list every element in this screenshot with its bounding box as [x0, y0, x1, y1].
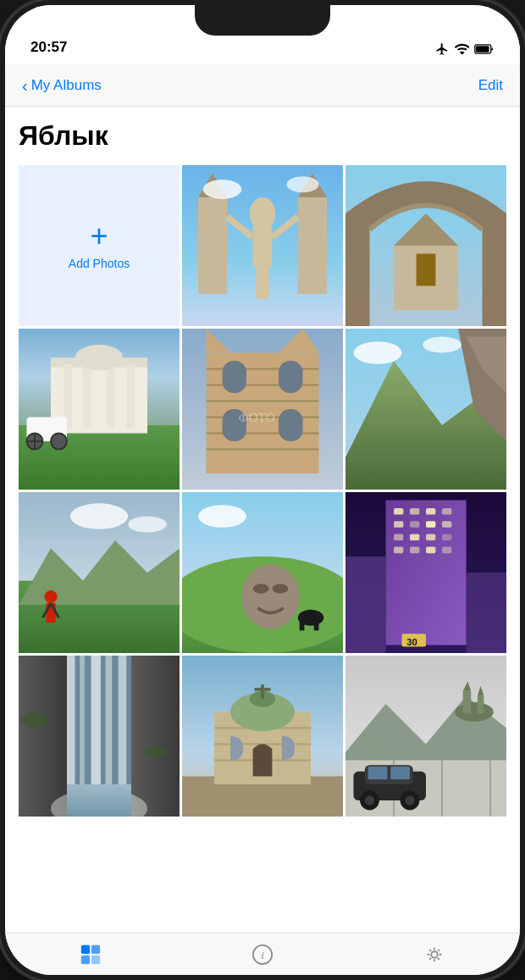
photo-8-image: 30: [345, 492, 506, 653]
photo-cell-9[interactable]: [19, 656, 180, 817]
wifi-icon: [454, 42, 469, 56]
svg-point-66: [253, 584, 269, 593]
svg-marker-95: [19, 656, 67, 817]
svg-point-118: [455, 702, 494, 722]
tab-photos[interactable]: Photos: [5, 944, 177, 975]
svg-point-104: [22, 712, 47, 728]
photo-1-image: [182, 165, 343, 326]
svg-rect-76: [426, 508, 435, 515]
svg-rect-79: [410, 521, 419, 528]
svg-rect-88: [426, 547, 435, 554]
svg-point-29: [51, 434, 67, 450]
svg-rect-119: [463, 691, 472, 714]
photo-10-image: [182, 656, 343, 817]
settings-tab-label: Settings: [417, 974, 451, 975]
svg-rect-85: [442, 534, 451, 540]
svg-rect-41: [279, 361, 303, 393]
page-title: Яблык: [19, 120, 506, 152]
svg-rect-136: [81, 955, 90, 964]
svg-rect-89: [442, 547, 451, 554]
photo-6-image: [19, 492, 180, 653]
svg-rect-75: [410, 508, 419, 515]
photos-tab-icon: [80, 944, 102, 971]
svg-rect-82: [394, 534, 403, 540]
photo-cell-2[interactable]: [345, 165, 506, 326]
svg-rect-25: [126, 364, 135, 429]
svg-rect-103: [67, 784, 131, 817]
tab-settings[interactable]: Settings: [348, 944, 520, 975]
svg-point-71: [198, 505, 246, 528]
svg-rect-40: [223, 361, 247, 393]
svg-point-56: [44, 590, 57, 603]
photo-7-image: [182, 492, 343, 653]
svg-rect-8: [253, 226, 273, 267]
svg-rect-5: [298, 197, 327, 294]
scrollable-area[interactable]: Яблык + Add Photos: [5, 107, 520, 933]
phone-frame: 20:57 ‹ My: [0, 0, 525, 980]
svg-rect-78: [394, 521, 403, 528]
svg-point-67: [272, 584, 288, 593]
svg-rect-70: [314, 621, 319, 630]
content-wrapper: Яблык + Add Photos: [5, 107, 520, 975]
status-icons: [435, 42, 495, 56]
svg-point-134: [405, 795, 414, 805]
svg-point-61: [128, 517, 167, 533]
photo-11-image: [345, 656, 506, 817]
svg-rect-135: [81, 945, 90, 954]
svg-rect-17: [417, 254, 436, 286]
tab-instructions[interactable]: i Instructions: [177, 944, 349, 975]
svg-rect-138: [91, 955, 100, 964]
photo-cell-11[interactable]: [345, 656, 506, 817]
svg-point-26: [75, 345, 124, 370]
add-photos-button[interactable]: + Add Photos: [19, 165, 180, 326]
instructions-tab-icon: i: [251, 944, 274, 971]
photo-5-image: [345, 329, 506, 490]
photo-cell-4[interactable]: ФОТО: [182, 329, 343, 490]
battery-icon: [474, 43, 495, 55]
photo-cell-5[interactable]: [345, 329, 506, 490]
svg-rect-57: [46, 603, 55, 623]
svg-point-60: [70, 503, 128, 529]
svg-text:30: 30: [406, 637, 417, 647]
svg-rect-83: [410, 534, 419, 540]
phone-screen: 20:57 ‹ My: [5, 5, 520, 975]
svg-point-7: [250, 197, 275, 230]
photo-3-image: [19, 329, 180, 490]
status-time: 20:57: [30, 39, 67, 56]
photo-cell-3[interactable]: [19, 329, 180, 490]
photo-cell-1[interactable]: [182, 165, 343, 326]
svg-rect-74: [394, 508, 403, 515]
svg-rect-130: [390, 767, 410, 779]
add-icon: +: [90, 221, 108, 252]
svg-point-105: [144, 745, 167, 758]
svg-rect-3: [198, 197, 227, 294]
svg-marker-96: [131, 656, 180, 817]
settings-tab-icon: [423, 944, 445, 971]
photos-tab-label: Photos: [76, 974, 105, 975]
svg-rect-1: [476, 46, 489, 53]
svg-rect-120: [478, 696, 484, 714]
svg-rect-77: [442, 508, 451, 515]
back-button[interactable]: ‹ My Albums: [22, 77, 102, 94]
notch: [195, 5, 330, 36]
svg-rect-93: [467, 573, 507, 653]
svg-rect-23: [83, 364, 91, 429]
airplane-icon: [435, 42, 449, 56]
svg-point-52: [423, 337, 461, 353]
photo-cell-6[interactable]: [19, 492, 180, 653]
svg-line-147: [438, 958, 439, 960]
svg-rect-24: [108, 364, 116, 429]
edit-button[interactable]: Edit: [478, 77, 503, 94]
svg-rect-87: [410, 547, 419, 554]
tab-bar: Photos i Instructions: [5, 933, 520, 975]
svg-point-65: [241, 565, 299, 629]
photo-cell-10[interactable]: [182, 656, 343, 817]
photo-cell-8[interactable]: 30: [345, 492, 506, 653]
svg-rect-69: [300, 621, 305, 630]
svg-line-148: [438, 950, 439, 951]
photo-9-image: [19, 656, 180, 817]
photo-cell-7[interactable]: [182, 492, 343, 653]
svg-line-149: [429, 958, 431, 960]
svg-point-13: [287, 176, 319, 192]
svg-rect-137: [91, 945, 100, 954]
